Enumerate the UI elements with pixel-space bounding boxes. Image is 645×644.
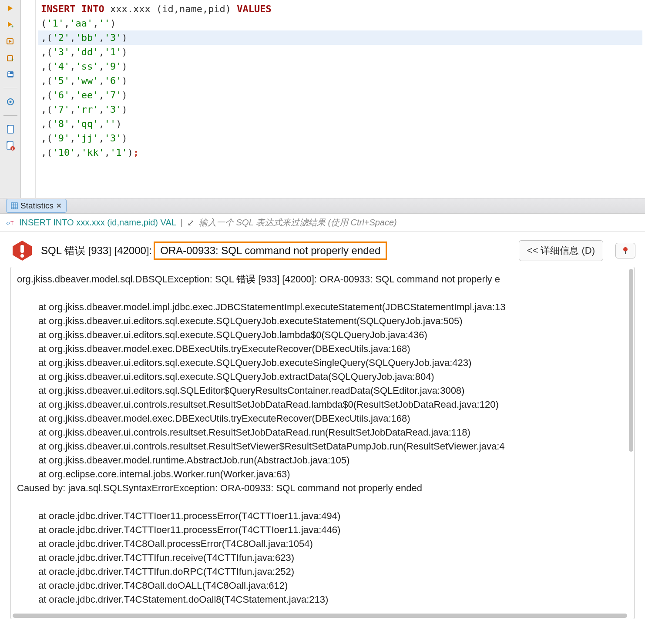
- details-button[interactable]: << 详细信息 (D): [519, 240, 603, 261]
- svg-text:T: T: [10, 220, 14, 226]
- tab-label: Statistics: [20, 201, 54, 211]
- export-icon[interactable]: +: [5, 52, 16, 64]
- grid-icon: [11, 202, 18, 209]
- close-icon[interactable]: ✕: [56, 202, 62, 210]
- svg-marker-0: [8, 6, 13, 11]
- statement-preview: INSERT INTO xxx.xxx (id,name,pid) VAL: [19, 218, 176, 228]
- left-toolbar: + + !: [0, 0, 21, 198]
- stack-trace[interactable]: org.jkiss.dbeaver.model.sql.DBSQLExcepti…: [11, 267, 634, 619]
- error-message-highlight: ORA-00933: SQL command not properly ende…: [154, 242, 387, 260]
- pin-button[interactable]: [615, 243, 635, 258]
- stack-trace-box: org.jkiss.dbeaver.model.sql.DBSQLExcepti…: [10, 267, 635, 619]
- filter-bar: ‹›T INSERT INTO xxx.xxx (id,name,pid) VA…: [0, 214, 645, 232]
- execute-icon[interactable]: [5, 3, 16, 14]
- save-error-icon[interactable]: !: [5, 140, 16, 151]
- sql-text-icon: ‹›T: [6, 219, 15, 227]
- divider-icon: |: [181, 218, 183, 228]
- error-header: SQL 错误 [933] [42000]: ORA-00933: SQL com…: [0, 232, 645, 267]
- svg-point-28: [20, 254, 24, 258]
- save-icon[interactable]: [5, 124, 16, 135]
- horizontal-scrollbar[interactable]: [13, 614, 627, 618]
- error-title-row: SQL 错误 [933] [42000]: ORA-00933: SQL com…: [41, 242, 511, 260]
- execute-new-tab-icon[interactable]: [5, 36, 16, 47]
- tab-statistics[interactable]: Statistics ✕: [6, 199, 67, 213]
- svg-point-12: [9, 101, 11, 103]
- svg-text:!: !: [12, 147, 13, 151]
- settings-icon[interactable]: [5, 96, 16, 107]
- execute-script-icon[interactable]: +: [5, 19, 16, 30]
- explain-plan-icon[interactable]: [5, 69, 16, 80]
- svg-rect-30: [625, 251, 626, 254]
- error-icon: [11, 240, 33, 262]
- svg-rect-13: [7, 125, 13, 133]
- sql-editor-content[interactable]: INSERT INTO xxx.xxx (id,name,pid) VALUES…: [36, 0, 645, 198]
- svg-text:+: +: [11, 24, 13, 29]
- filter-placeholder[interactable]: 输入一个 SQL 表达式来过滤结果 (使用 Ctrl+Space): [199, 217, 397, 228]
- editor-gutter: [21, 0, 36, 198]
- svg-rect-27: [20, 245, 24, 253]
- vertical-scrollbar[interactable]: [629, 269, 633, 452]
- svg-rect-9: [8, 74, 13, 75]
- svg-marker-4: [9, 40, 12, 43]
- results-tabs-bar: Statistics ✕: [0, 198, 645, 214]
- svg-rect-10: [8, 75, 13, 76]
- svg-rect-8: [8, 72, 10, 74]
- expand-icon[interactable]: ⤢: [187, 218, 195, 228]
- error-prefix: SQL 错误 [933] [42000]:: [41, 244, 152, 258]
- svg-text:+: +: [11, 57, 14, 62]
- sql-editor[interactable]: INSERT INTO xxx.xxx (id,name,pid) VALUES…: [21, 0, 645, 198]
- svg-rect-19: [11, 203, 17, 209]
- svg-text:‹›: ‹›: [6, 219, 10, 226]
